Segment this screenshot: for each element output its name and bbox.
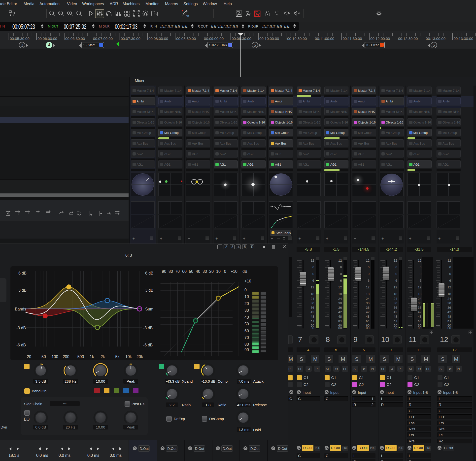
- svg-text:00:09:30:00: 00:09:30:00: [232, 36, 251, 41]
- svg-text:00:10:00:00: 00:10:00:00: [259, 36, 279, 41]
- svg-text:AB: AB: [186, 15, 189, 17]
- svg-text:00:12:30:00: 00:12:30:00: [398, 36, 418, 41]
- svg-text:00:07:00:00: 00:07:00:00: [93, 36, 113, 41]
- svg-text:00:10:30:00: 00:10:30:00: [287, 36, 307, 41]
- svg-text:00:07:30:00: 00:07:30:00: [121, 36, 140, 41]
- svg-text:00:11:00:00: 00:11:00:00: [315, 36, 334, 41]
- svg-text:00:09:00:00: 00:09:00:00: [204, 36, 224, 41]
- svg-text:00:05:30:00: 00:05:30:00: [10, 36, 30, 41]
- svg-text:00:12:00:00: 00:12:00:00: [370, 36, 390, 41]
- svg-text:00:13:00:00: 00:13:00:00: [426, 36, 445, 41]
- svg-text:00:08:00:00: 00:08:00:00: [148, 36, 168, 41]
- svg-text:00:08:30:00: 00:08:30:00: [176, 36, 196, 41]
- svg-text:00:11:30:00: 00:11:30:00: [343, 36, 362, 41]
- svg-text:00:06:00:00: 00:06:00:00: [37, 36, 57, 41]
- svg-text:00:13:30:00: 00:13:30:00: [454, 36, 473, 41]
- svg-text:00:06:30:00: 00:06:30:00: [65, 36, 85, 41]
